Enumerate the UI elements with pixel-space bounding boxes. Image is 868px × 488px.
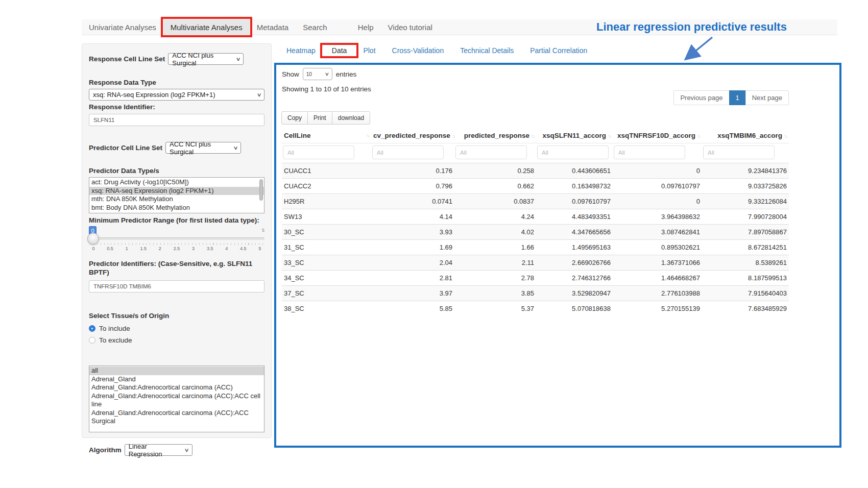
algorithm-value: Linear Regression: [129, 443, 181, 458]
tissue-option[interactable]: Adrenal_Gland: [89, 375, 264, 384]
to-include-radio[interactable]: [89, 325, 95, 332]
column-header-cv-predicted-response[interactable]: cv_predicted_response↑↓: [371, 128, 454, 143]
predictor-type-option[interactable]: act: Drug Activity (-log10[IC50M]): [89, 178, 264, 187]
nav-item-video-tutorial[interactable]: Video tutorial: [381, 19, 440, 35]
chevron-down-icon: ∨: [325, 71, 329, 77]
tab-cross-validation[interactable]: Cross-Validation: [384, 46, 452, 55]
value-cell: 4.02: [454, 225, 536, 240]
sort-icon[interactable]: ↑↓: [784, 133, 787, 139]
to-exclude-radio[interactable]: [89, 337, 95, 344]
value-cell: 0.097610797: [613, 179, 702, 194]
column-header-xsqtnfrsf10d-accorg[interactable]: xsqTNFRSF10D_accorg↑↓: [613, 128, 702, 143]
tab-plot[interactable]: Plot: [355, 46, 383, 55]
page-1-button[interactable]: 1: [729, 90, 746, 105]
value-cell: 8.672814251: [702, 240, 789, 255]
slider-tick-label: 3.5: [205, 246, 214, 251]
value-cell: 7.683485929: [702, 301, 789, 316]
nav-item-univariate-analyses[interactable]: Univariate Analyses: [82, 19, 163, 35]
column-header-predicted-response[interactable]: predicted_response↑↓: [454, 128, 536, 143]
value-cell: 2.746312766: [536, 271, 613, 286]
filter-input-cellline[interactable]: [283, 145, 354, 159]
response-data-type-select[interactable]: xsq: RNA-seq Expression (log2 FPKM+1) ∨: [89, 89, 264, 101]
value-cell: 0: [613, 194, 702, 209]
value-cell: 2.11: [454, 255, 536, 271]
sort-icon[interactable]: ↑↓: [531, 133, 534, 139]
sort-icon[interactable]: ↑↓: [452, 133, 455, 139]
cellline-cell: 38_SC: [282, 301, 371, 316]
algorithm-select[interactable]: Linear Regression ∨: [125, 444, 192, 456]
sort-icon[interactable]: ↑↓: [366, 133, 369, 138]
table-row: 37_SC3.973.853.5298209472.7761039887.915…: [282, 286, 789, 301]
tissue-origin-label: Select Tissue/s of Origin: [89, 312, 264, 320]
value-cell: 0.097610797: [536, 194, 613, 209]
slider-track[interactable]: [89, 237, 264, 240]
predictor-type-option[interactable]: xsq: RNA-seq Expression (log2 FPKM+1): [89, 187, 264, 196]
filter-input-cv-predicted-response[interactable]: [372, 145, 444, 159]
response-identifier-input[interactable]: [89, 114, 264, 126]
value-cell: 0.163498732: [536, 179, 613, 194]
algorithm-label: Algorithm: [89, 446, 122, 454]
value-cell: 2.776103988: [613, 286, 702, 301]
sidebar-controls: Response Cell Line Set ACC NCI plus Surg…: [82, 43, 272, 438]
column-header-xsqslfn11-accorg[interactable]: xsqSLFN11_accorg↑↓: [536, 128, 613, 143]
value-cell: 2.78: [454, 271, 536, 286]
tissue-option[interactable]: all: [89, 367, 264, 375]
predictor-identifiers-input[interactable]: [89, 280, 264, 292]
value-cell: 3.85: [454, 286, 536, 301]
table-row: SW134.144.244.4834933513.9643986327.9907…: [282, 209, 789, 225]
filter-input-xsqslfn11-accorg[interactable]: [537, 145, 609, 159]
value-cell: 1.495695163: [536, 240, 613, 255]
tissue-option[interactable]: Adrenal_Gland:Adrenocortical carcinoma (…: [89, 409, 264, 426]
results-table-body: CUACC10.1760.2580.44360665109.234841376C…: [282, 163, 789, 316]
sort-icon[interactable]: ↑↓: [608, 133, 611, 139]
slider-tick-label: 5: [255, 246, 264, 251]
show-entries-select[interactable]: 10 ∨: [303, 68, 332, 80]
value-cell: 0: [613, 163, 702, 179]
tab-technical-details[interactable]: Technical Details: [452, 46, 522, 55]
filter-input-xsqtnfrsf10d-accorg[interactable]: [614, 145, 685, 159]
download-button[interactable]: download: [332, 111, 370, 125]
slider-tick-labels: 00.511.522.533.544.55: [89, 246, 264, 251]
chevron-down-icon: ∨: [256, 92, 261, 97]
column-header-xsqtmbim6-accorg[interactable]: xsqTMBIM6_accorg↑↓: [702, 128, 789, 143]
results-table: CellLine↑↓ cv_predicted_response↑↓ predi…: [282, 128, 789, 316]
nav-item-help[interactable]: Help: [351, 19, 381, 35]
min-predictor-range-slider: 0 5 00.511.522.533.544.55: [89, 226, 264, 255]
tissue-option[interactable]: Adrenal_Gland:Adrenocortical carcinoma (…: [89, 392, 264, 409]
entries-label: entries: [336, 70, 357, 78]
column-header-cellline[interactable]: CellLine↑↓: [282, 128, 371, 143]
cellline-cell: CUACC1: [282, 163, 371, 179]
slider-tick-label: 3: [189, 246, 198, 251]
value-cell: 0.796: [371, 179, 454, 194]
column-header-label: xsqTNFRSF10D_accorg: [617, 132, 695, 139]
value-cell: 0.895302621: [613, 240, 702, 255]
tissue-listbox: all Adrenal_Gland Adrenal_Gland:Adrenoco…: [89, 365, 264, 432]
slider-tick-label: 4: [222, 246, 231, 251]
previous-page-button[interactable]: Previous page: [673, 90, 729, 105]
nav-item-multivariate-analyses[interactable]: Multivariate Analyses: [163, 19, 250, 35]
next-page-button[interactable]: Next page: [745, 90, 789, 105]
value-cell: 2.81: [371, 271, 454, 286]
listbox-scrollbar[interactable]: [259, 179, 263, 201]
nav-item-metadata[interactable]: Metadata: [250, 19, 296, 35]
tissue-option[interactable]: Adrenal_Gland:Adrenocortical carcinoma (…: [89, 383, 264, 392]
print-button[interactable]: Print: [307, 111, 332, 125]
table-info-text: Showing 1 to 10 of 10 entries: [282, 85, 371, 93]
tab-heatmap[interactable]: Heatmap: [278, 46, 324, 55]
tab-partial-correlation[interactable]: Partial Correlation: [522, 46, 595, 55]
value-cell: 0.662: [454, 179, 536, 194]
value-cell: 0.0837: [454, 194, 536, 209]
sort-icon[interactable]: ↑↓: [697, 133, 700, 139]
predictor-type-option[interactable]: mth: DNA 850K Methylation: [89, 195, 264, 204]
response-cell-line-set-select[interactable]: ACC NCI plus Surgical ∨: [168, 53, 244, 65]
cellline-cell: CUACC2: [282, 179, 371, 194]
predictor-type-option[interactable]: bmt: Body DNA 850K Methylation: [89, 204, 264, 212]
column-header-label: xsqTMBIM6_accorg: [717, 132, 782, 139]
nav-item-search[interactable]: Search: [296, 19, 334, 35]
tab-data[interactable]: Data: [324, 46, 355, 55]
response-identifier-label: Response Identifier:: [89, 103, 264, 111]
filter-input-predicted-response[interactable]: [455, 145, 527, 159]
copy-button[interactable]: Copy: [281, 111, 308, 125]
predictor-cell-line-set-select[interactable]: ACC NCI plus Surgical ∨: [165, 142, 241, 154]
filter-input-xsqtmbim6-accorg[interactable]: [703, 145, 775, 159]
